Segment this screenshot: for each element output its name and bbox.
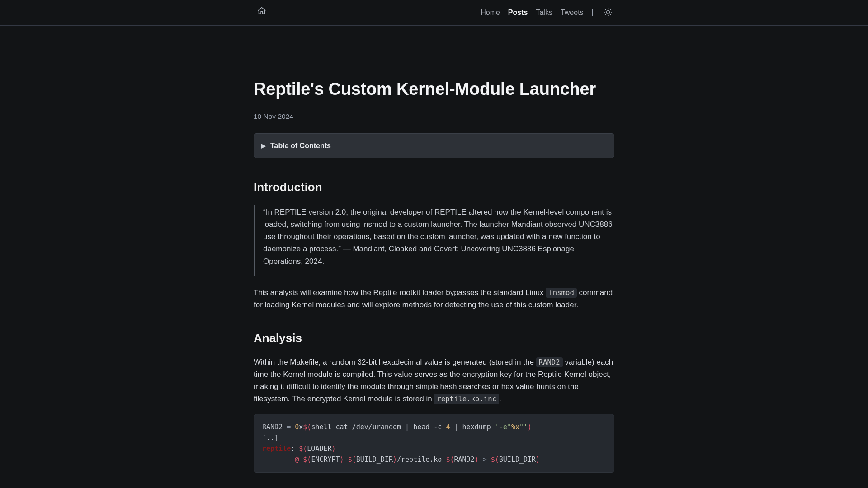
svg-point-0: [607, 10, 610, 14]
code-insmod: insmod: [546, 288, 576, 298]
section-heading-intro: Introduction: [254, 178, 614, 197]
intro-p1a: This analysis will examine how the Repti…: [254, 288, 546, 297]
page-title: Reptile's Custom Kernel-Module Launcher: [254, 75, 614, 103]
home-link[interactable]: [254, 5, 270, 21]
intro-quote-text: “In REPTILE version 2.0, the original de…: [263, 206, 614, 267]
toc-details[interactable]: ▶ Table of Contents: [261, 140, 607, 152]
analysis-p1c: .: [499, 394, 501, 403]
article-date: 10 Nov 2024: [254, 111, 614, 122]
code-line: @ $(ENCRYPT) $(BUILD_DIR)/reptile.ko $(R…: [262, 454, 606, 465]
code-line: [..]: [262, 432, 606, 443]
nav-item-home[interactable]: Home: [481, 7, 500, 19]
toc-label: Table of Contents: [270, 140, 331, 152]
code-rand2: RAND2: [536, 357, 563, 367]
nav-item-talks[interactable]: Talks: [536, 7, 552, 19]
section-heading-analysis: Analysis: [254, 329, 614, 348]
home-icon: [257, 6, 267, 19]
toc-summary[interactable]: ▶ Table of Contents: [261, 140, 607, 152]
makefile-codeblock: RAND2 = 0x$(shell cat /dev/urandom | hea…: [254, 414, 614, 473]
analysis-p1a: Within the Makefile, a random 32-bit hex…: [254, 358, 536, 366]
nav-item-posts[interactable]: Posts: [508, 7, 528, 19]
site-header: Home Posts Talks Tweets |: [0, 0, 868, 26]
sun-icon: [604, 8, 613, 18]
analysis-paragraph: Within the Makefile, a random 32-bit hex…: [254, 356, 614, 405]
toc-panel: ▶ Table of Contents: [254, 133, 614, 159]
nav-item-tweets[interactable]: Tweets: [561, 7, 584, 19]
code-line: reptile: $(LOADER): [262, 443, 606, 454]
code-line: RAND2 = 0x$(shell cat /dev/urandom | hea…: [262, 422, 606, 432]
code-reptile-ko-inc: reptile.ko.inc: [434, 394, 499, 404]
theme-toggle[interactable]: [602, 6, 614, 20]
intro-quote: “In REPTILE version 2.0, the original de…: [254, 205, 614, 276]
disclosure-triangle-icon: ▶: [261, 141, 266, 151]
article: Reptile's Custom Kernel-Module Launcher …: [243, 26, 625, 473]
nav-separator: |: [592, 6, 594, 19]
intro-paragraph: This analysis will examine how the Repti…: [254, 286, 614, 311]
primary-nav: Home Posts Talks Tweets |: [481, 6, 614, 20]
